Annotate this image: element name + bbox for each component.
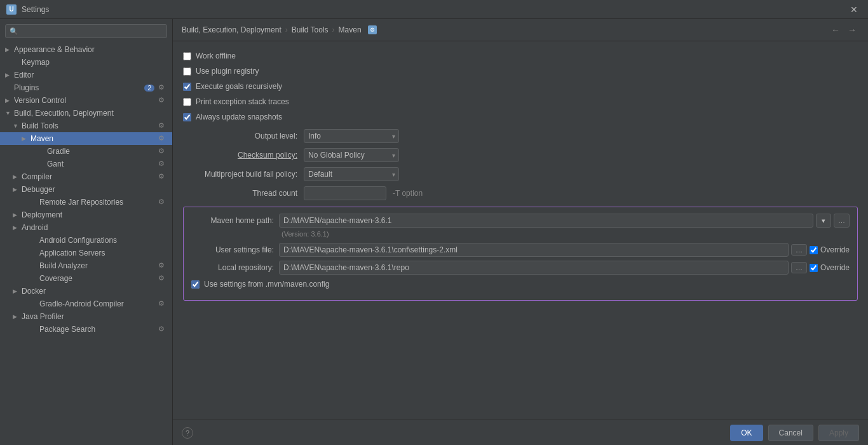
local-repository-row: Local repository: … Override bbox=[191, 261, 850, 275]
output-level-label: Output level: bbox=[183, 132, 297, 140]
sidebar-item-build-tools[interactable]: ▼ Build Tools ⚙ bbox=[0, 120, 172, 132]
work-offline-label: Work offline bbox=[196, 51, 236, 60]
arrow-icon: ▼ bbox=[5, 110, 14, 116]
sidebar-item-editor[interactable]: ▶ Editor bbox=[0, 69, 172, 81]
breadcrumb-build: Build, Execution, Deployment bbox=[182, 25, 281, 34]
breadcrumb: Build, Execution, Deployment › Build Too… bbox=[173, 19, 868, 41]
sidebar-tree: ▶ Appearance & Behavior Keymap ▶ Editor … bbox=[0, 43, 172, 445]
sidebar-item-android-configurations[interactable]: Android Configurations bbox=[0, 234, 172, 247]
checksum-policy-row: Checksum policy: No Global Policy Warn F… bbox=[183, 148, 858, 162]
sidebar-item-build-execution-deployment[interactable]: ▼ Build, Execution, Deployment bbox=[0, 107, 172, 120]
arrow-icon: ▶ bbox=[13, 174, 22, 180]
close-button[interactable]: ✕ bbox=[846, 3, 862, 16]
sidebar-item-label: Editor bbox=[14, 71, 167, 79]
sidebar-item-gradle-android[interactable]: Gradle-Android Compiler ⚙ bbox=[0, 298, 172, 310]
titlebar-left: U Settings bbox=[6, 4, 49, 15]
sidebar-item-label: Deployment bbox=[22, 210, 167, 219]
user-settings-file-input[interactable] bbox=[279, 243, 789, 257]
execute-goals-label: Execute goals recursively bbox=[196, 82, 282, 91]
print-exception-checkbox[interactable] bbox=[183, 98, 191, 106]
always-update-checkbox[interactable] bbox=[183, 113, 191, 121]
nav-back-button[interactable]: ← bbox=[829, 24, 843, 36]
help-button[interactable]: ? bbox=[182, 427, 193, 439]
user-settings-file-label: User settings file: bbox=[191, 245, 274, 254]
search-input[interactable] bbox=[22, 27, 163, 36]
arrow-icon: ▼ bbox=[13, 123, 22, 129]
user-settings-browse-button[interactable]: … bbox=[791, 244, 807, 256]
sidebar-item-appearance[interactable]: ▶ Appearance & Behavior bbox=[0, 43, 172, 56]
maven-home-section: Maven home path: ▾ … (Version: 3.6.1) Us… bbox=[183, 207, 858, 301]
multiproject-select[interactable]: Default Fail At End Fail Fast Fail Never bbox=[304, 167, 399, 181]
apply-button[interactable]: Apply bbox=[818, 425, 859, 441]
local-repository-override-row: Override bbox=[810, 263, 850, 272]
maven-home-browse-button[interactable]: … bbox=[834, 214, 850, 228]
sidebar-item-version-control[interactable]: ▶ Version Control ⚙ bbox=[0, 94, 172, 107]
arrow-icon: ▶ bbox=[22, 135, 31, 142]
sidebar-item-label: Application Servers bbox=[39, 249, 167, 257]
user-settings-override-checkbox[interactable] bbox=[810, 246, 818, 254]
output-level-select[interactable]: Info Debug Verbose bbox=[304, 129, 399, 143]
arrow-icon: ▶ bbox=[5, 72, 14, 78]
execute-goals-checkbox[interactable] bbox=[183, 83, 191, 91]
use-plugin-registry-row: Use plugin registry bbox=[183, 65, 858, 77]
footer: ? OK Cancel Apply bbox=[173, 420, 868, 445]
breadcrumb-maven: Maven bbox=[339, 25, 362, 34]
sidebar-item-keymap[interactable]: Keymap bbox=[0, 56, 172, 69]
sidebar: 🔍 ▶ Appearance & Behavior Keymap ▶ Edito… bbox=[0, 19, 173, 445]
sidebar-item-android[interactable]: ▶ Android bbox=[0, 221, 172, 234]
sidebar-item-docker[interactable]: ▶ Docker bbox=[0, 285, 172, 298]
sidebar-item-plugins[interactable]: Plugins 2 ⚙ bbox=[0, 81, 172, 94]
checksum-policy-select[interactable]: No Global Policy Warn Fail Ignore bbox=[304, 148, 399, 162]
use-mvn-settings-label: Use settings from .mvn/maven.config bbox=[204, 280, 329, 289]
sidebar-item-maven[interactable]: ▶ Maven ⚙ bbox=[0, 132, 172, 145]
sidebar-item-package-search[interactable]: Package Search ⚙ bbox=[0, 323, 172, 336]
sidebar-item-remote-jar[interactable]: Remote Jar Repositories ⚙ bbox=[0, 196, 172, 209]
maven-home-path-label: Maven home path: bbox=[191, 216, 274, 225]
sidebar-item-compiler[interactable]: ▶ Compiler ⚙ bbox=[0, 170, 172, 183]
arrow-icon: ▶ bbox=[13, 313, 22, 320]
sidebar-item-coverage[interactable]: Coverage ⚙ bbox=[0, 272, 172, 285]
output-level-row: Output level: Info Debug Verbose bbox=[183, 129, 858, 143]
use-mvn-settings-checkbox[interactable] bbox=[191, 280, 200, 289]
cancel-button[interactable]: Cancel bbox=[768, 425, 813, 441]
sidebar-item-gradle[interactable]: Gradle ⚙ bbox=[0, 145, 172, 158]
nav-forward-button[interactable]: → bbox=[845, 24, 859, 36]
sidebar-item-gant[interactable]: Gant ⚙ bbox=[0, 158, 172, 170]
work-offline-checkbox[interactable] bbox=[183, 52, 191, 60]
t-option-label: -T option bbox=[393, 189, 423, 198]
sidebar-item-label: Appearance & Behavior bbox=[14, 45, 167, 54]
local-repository-override-checkbox[interactable] bbox=[810, 264, 818, 272]
multiproject-select-wrapper: Default Fail At End Fail Fast Fail Never bbox=[304, 167, 399, 181]
ok-button[interactable]: OK bbox=[730, 425, 763, 441]
sidebar-item-label: Remote Jar Repositories bbox=[39, 198, 157, 207]
maven-home-path-input[interactable] bbox=[279, 214, 813, 228]
sidebar-item-debugger[interactable]: ▶ Debugger bbox=[0, 183, 172, 196]
arrow-icon: ▶ bbox=[13, 224, 22, 231]
maven-home-dropdown-button[interactable]: ▾ bbox=[816, 214, 831, 228]
use-plugin-registry-checkbox[interactable] bbox=[183, 67, 191, 76]
gear-icon: ⚙ bbox=[158, 299, 167, 308]
local-repository-override-label: Override bbox=[820, 263, 850, 272]
arrow-icon: ▶ bbox=[5, 97, 14, 104]
arrow-icon: ▶ bbox=[13, 288, 22, 294]
work-offline-row: Work offline bbox=[183, 50, 858, 62]
local-repository-input[interactable] bbox=[279, 261, 789, 275]
thread-count-input[interactable] bbox=[304, 186, 386, 200]
multiproject-label: Multiproject build fail policy: bbox=[183, 170, 297, 179]
sidebar-item-label: Android Configurations bbox=[39, 236, 167, 245]
sidebar-item-label: Build Analyzer bbox=[39, 261, 157, 270]
breadcrumb-sep1: › bbox=[285, 25, 288, 34]
checksum-policy-label: Checksum policy: bbox=[183, 151, 297, 160]
sidebar-item-java-profiler[interactable]: ▶ Java Profiler bbox=[0, 310, 172, 323]
thread-count-label: Thread count bbox=[183, 189, 297, 198]
sidebar-item-label: Java Profiler bbox=[22, 312, 167, 321]
sidebar-item-build-analyzer[interactable]: Build Analyzer ⚙ bbox=[0, 259, 172, 272]
sidebar-item-application-servers[interactable]: Application Servers bbox=[0, 247, 172, 259]
sidebar-item-deployment[interactable]: ▶ Deployment bbox=[0, 209, 172, 221]
gear-icon: ⚙ bbox=[158, 172, 167, 181]
gear-icon: ⚙ bbox=[158, 83, 167, 92]
local-repository-browse-button[interactable]: … bbox=[791, 262, 807, 273]
gear-icon: ⚙ bbox=[158, 274, 167, 283]
sidebar-item-label: Debugger bbox=[22, 185, 167, 194]
user-settings-file-row: User settings file: … Override bbox=[191, 243, 850, 257]
